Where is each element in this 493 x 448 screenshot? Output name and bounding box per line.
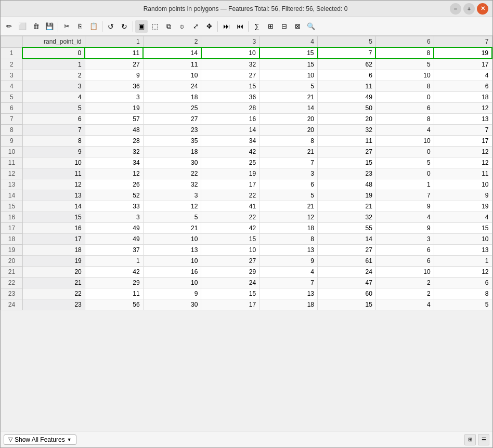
zoom-to-icon[interactable]: 🔍 xyxy=(305,20,317,33)
table-cell[interactable]: 11 xyxy=(434,168,492,179)
table-cell[interactable]: 32 xyxy=(318,125,376,136)
table-cell[interactable]: 9 xyxy=(375,223,434,234)
table-cell[interactable]: 2 xyxy=(375,288,434,299)
table-cell[interactable]: 10 xyxy=(201,245,260,256)
table-cell[interactable]: 36 xyxy=(201,92,260,103)
table-row[interactable]: 1093218422127012 xyxy=(1,147,492,157)
table-cell[interactable]: 17 xyxy=(201,299,260,310)
col-header-7[interactable]: 7 xyxy=(434,36,492,48)
table-cell[interactable]: 12 xyxy=(143,201,201,212)
table-cell[interactable]: 10 xyxy=(434,179,492,190)
table-cell[interactable]: 6 xyxy=(375,245,434,256)
table-cell[interactable]: 27 xyxy=(201,70,260,81)
redo-icon[interactable]: ↻ xyxy=(118,20,131,33)
undo-icon[interactable]: ↺ xyxy=(105,20,117,33)
table-cell[interactable]: 23 xyxy=(22,299,85,310)
table-cell[interactable]: 4 xyxy=(22,92,85,103)
table-cell[interactable]: 5 xyxy=(22,103,85,114)
table-cell[interactable]: 3 xyxy=(85,92,143,103)
table-cell[interactable]: 18 xyxy=(143,92,201,103)
table-cell[interactable]: 19 xyxy=(434,47,492,59)
table-cell[interactable]: 22 xyxy=(22,288,85,299)
table-cell[interactable]: 3 xyxy=(22,81,85,92)
action-icon1[interactable]: ⏭ xyxy=(220,20,232,33)
table-cell[interactable]: 10 xyxy=(201,47,260,59)
table-cell[interactable]: 25 xyxy=(201,157,260,168)
table-cell[interactable]: 24 xyxy=(201,278,260,288)
table-cell[interactable]: 7 xyxy=(434,125,492,136)
table-cell[interactable]: 15 xyxy=(434,223,492,234)
table-row[interactable]: 54318362149018 xyxy=(1,92,492,103)
table-cell[interactable]: 13 xyxy=(22,190,85,201)
table-cell[interactable]: 19 xyxy=(434,201,492,212)
table-cell[interactable]: 16 xyxy=(201,114,260,125)
table-cell[interactable]: 14 xyxy=(260,103,318,114)
table-cell[interactable]: 21 xyxy=(318,201,376,212)
table-cell[interactable]: 11 xyxy=(318,136,376,147)
table-cell[interactable]: 0 xyxy=(22,47,85,59)
table-cell[interactable]: 10 xyxy=(143,234,201,245)
table-cell[interactable]: 10 xyxy=(434,234,492,245)
table-cell[interactable]: 22 xyxy=(201,212,260,223)
show-all-features-button[interactable]: ▽ Show All Features ▼ xyxy=(4,434,76,445)
table-cell[interactable]: 17 xyxy=(434,59,492,70)
table-cell[interactable]: 56 xyxy=(85,299,143,310)
table-cell[interactable]: 17 xyxy=(434,136,492,147)
table-cell[interactable]: 13 xyxy=(143,245,201,256)
table-cell[interactable]: 16 xyxy=(143,267,201,278)
table-cell[interactable]: 3 xyxy=(143,190,201,201)
table-cell[interactable]: 19 xyxy=(318,190,376,201)
table-row[interactable]: 982835348111017 xyxy=(1,136,492,147)
paste-icon[interactable]: 📋 xyxy=(87,20,100,33)
organize-icon[interactable]: ⊠ xyxy=(291,20,304,33)
table-cell[interactable]: 15 xyxy=(201,234,260,245)
table-cell[interactable]: 10 xyxy=(375,267,434,278)
table-row[interactable]: 222129102474726 xyxy=(1,278,492,288)
table-cell[interactable]: 19 xyxy=(201,168,260,179)
table-row[interactable]: 1312263217648110 xyxy=(1,179,492,190)
table-cell[interactable]: 8 xyxy=(22,136,85,147)
table-cell[interactable]: 15 xyxy=(318,157,376,168)
table-cell[interactable]: 6 xyxy=(318,70,376,81)
save-icon[interactable]: 💾 xyxy=(43,20,56,33)
add-row-icon[interactable]: ⬜ xyxy=(16,20,29,33)
table-row[interactable]: 20191102796161 xyxy=(1,256,492,267)
maximize-button[interactable]: + xyxy=(463,3,475,15)
table-row[interactable]: 19183713101327613 xyxy=(1,245,492,256)
table-cell[interactable]: 3 xyxy=(260,168,318,179)
table-cell[interactable]: 20 xyxy=(260,125,318,136)
table-cell[interactable]: 32 xyxy=(201,59,260,70)
table-cell[interactable]: 6 xyxy=(22,114,85,125)
table-cell[interactable]: 30 xyxy=(143,157,201,168)
table-cell[interactable]: 5 xyxy=(434,299,492,310)
table-cell[interactable]: 30 xyxy=(143,299,201,310)
table-cell[interactable]: 18 xyxy=(434,92,492,103)
table-cell[interactable]: 8 xyxy=(375,47,434,59)
table-cell[interactable]: 24 xyxy=(143,81,201,92)
table-cell[interactable]: 6 xyxy=(375,256,434,267)
table-row[interactable]: 1817491015814310 xyxy=(1,234,492,245)
table-row[interactable]: 651925281450612 xyxy=(1,103,492,114)
table-cell[interactable]: 32 xyxy=(85,147,143,157)
table-cell[interactable]: 12 xyxy=(85,168,143,179)
action-icon2[interactable]: ⏮ xyxy=(233,20,246,33)
table-cell[interactable]: 17 xyxy=(201,179,260,190)
table-cell[interactable]: 34 xyxy=(85,157,143,168)
table-cell[interactable]: 5 xyxy=(143,212,201,223)
copy-icon[interactable]: ⎘ xyxy=(74,20,86,33)
filter-icon[interactable]: ⌽ xyxy=(176,20,188,33)
table-cell[interactable]: 47 xyxy=(318,278,376,288)
col-header-rand-point-id[interactable]: rand_point_id xyxy=(22,36,85,48)
table-cell[interactable]: 10 xyxy=(143,278,201,288)
table-cell[interactable]: 9 xyxy=(143,288,201,299)
cut-icon[interactable]: ✂ xyxy=(60,20,73,33)
table-cell[interactable]: 7 xyxy=(375,190,434,201)
table-cell[interactable]: 4 xyxy=(375,299,434,310)
table-cell[interactable]: 23 xyxy=(143,125,201,136)
pan-icon[interactable]: ✥ xyxy=(203,20,215,33)
table-row[interactable]: 21204216294241012 xyxy=(1,267,492,278)
table-cell[interactable]: 19 xyxy=(85,103,143,114)
table-cell[interactable]: 22 xyxy=(201,190,260,201)
table-cell[interactable]: 10 xyxy=(143,256,201,267)
table-cell[interactable]: 15 xyxy=(260,47,318,59)
